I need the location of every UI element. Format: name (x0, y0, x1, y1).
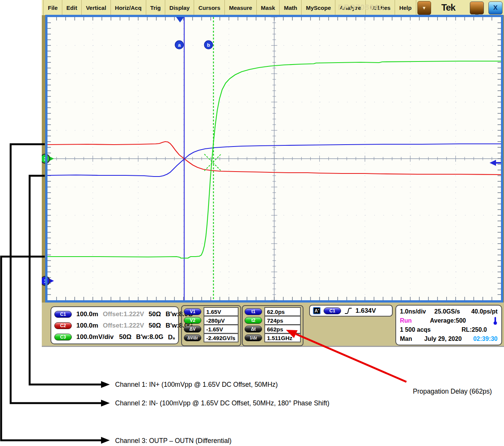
ch2-offset: Offset:1.222V (103, 322, 144, 329)
v2-badge: V2 (184, 317, 201, 324)
menu-cursors[interactable]: Cursors (194, 0, 225, 15)
page: { "window": { "model": "DPO70804C", "log… (0, 0, 504, 446)
oscilloscope-window: File Edit Vertical Horiz/Acq Trig Displa… (42, 0, 504, 347)
ch3-badge: C3 (54, 334, 72, 340)
menu-edit[interactable]: Edit (62, 0, 82, 15)
dvdt-badge: ΔV/Δt (184, 334, 201, 341)
minimize-button[interactable]: _ (470, 2, 484, 14)
record-length: RL:250.0 (461, 326, 487, 333)
inv-dt-row: 1/Δt 1.511GHz (245, 333, 301, 342)
dv-row: ΔV -1.65V (184, 325, 239, 334)
menu-trig[interactable]: Trig (146, 0, 166, 15)
close-button[interactable]: X (488, 2, 502, 14)
dt-value: 662ps (264, 325, 301, 334)
timebase-panel: 1.0ns/div 25.0GS/s 40.0ps/pt Run Average… (395, 305, 502, 345)
ch3-bandwidth: B′w:8.0G (136, 333, 163, 341)
annotation-channel2: Channel 2: IN- (100mVpp @ 1.65V DC Offse… (115, 399, 329, 407)
ch3-scale: 100.0mV/div (76, 333, 115, 341)
channel1-settings-row[interactable]: C1 100.0m Offset:1.222V 50Ω B′w:8.0G (54, 309, 175, 320)
ch2-badge: C2 (54, 322, 72, 329)
v1-badge: V1 (184, 308, 201, 315)
inv-dt-value: 1.511GHz (264, 333, 301, 342)
menu-vertical[interactable]: Vertical (82, 0, 111, 15)
svg-text:b: b (207, 42, 210, 48)
channel1-callout-arrowhead (101, 381, 110, 388)
acquisition-count: 1 500 acqs (400, 326, 431, 333)
svg-text:a: a (178, 42, 181, 48)
acquisition-mode: Average:500 (430, 317, 466, 324)
menu-help[interactable]: Help (395, 0, 416, 15)
t1-badge: t1 (245, 308, 262, 315)
menu-horiz-acq[interactable]: Horiz/Acq (111, 0, 146, 15)
trigger-panel[interactable]: A′ C1 1.634V (309, 305, 393, 317)
ch2-scale: 100.0m (76, 322, 98, 329)
menu-display[interactable]: Display (165, 0, 194, 15)
sample-rate: 25.0GS/s (434, 308, 460, 315)
channel3-settings-row[interactable]: C3 100.0mV/div 50Ω B′w:8.0G Dₛ (54, 331, 175, 343)
ch1-offset: Offset:1.222V (103, 310, 144, 318)
annotation-channel3: Channel 3: OUTP – OUTN (Differential) (115, 437, 232, 445)
cursor-b-label[interactable]: b (204, 41, 213, 49)
waveform-display: a b 3 1 (42, 14, 504, 304)
cursor-a-label[interactable]: a (175, 41, 183, 49)
clock-label: 02:39:30 (473, 336, 498, 342)
t2-badge: t2 (245, 317, 262, 324)
t1-row: t1 62.0ps (245, 307, 301, 316)
tek-logo: Tek (441, 2, 455, 13)
model-label: DPO70804C (338, 3, 384, 12)
timebase-row3: 1 500 acqs RL:250.0 (400, 325, 498, 334)
rising-edge-icon (344, 307, 352, 315)
dv-value: -1.65V (204, 325, 239, 334)
menu-file[interactable]: File (43, 0, 62, 15)
thermometer-icon (493, 317, 498, 325)
v1-row: V1 1.65V (184, 307, 239, 316)
ch2-impedance: 50Ω (149, 322, 161, 329)
menu-math[interactable]: Math (280, 0, 302, 15)
menu-overflow-button[interactable]: ▼ (417, 1, 431, 15)
ch1-impedance: 50Ω (149, 310, 161, 318)
t2-value: 724ps (264, 316, 301, 325)
acquisition-state: Run (400, 317, 412, 324)
trigger-ab-badge: A′ (313, 307, 321, 314)
dvdt-row: ΔV/Δt -2.492GV/s (184, 333, 239, 342)
ch3-ds-flag: Dₛ (168, 333, 175, 341)
channel-settings-panel: C1 100.0m Offset:1.222V 50Ω B′w:8.0G C2 … (51, 306, 179, 344)
dvdt-value: -2.492GV/s (204, 333, 239, 342)
chevron-down-icon: ▼ (422, 5, 427, 11)
menu-myscope[interactable]: MyScope (302, 0, 335, 15)
t1-value: 62.0ps (264, 307, 301, 316)
menubar: File Edit Vertical Horiz/Acq Trig Displa… (42, 0, 504, 15)
timebase-row1: 1.0ns/div 25.0GS/s 40.0ps/pt (400, 307, 498, 316)
channel2-callout-arrowhead (101, 400, 110, 407)
time-cursor-panel: t1 62.0ps t2 724ps Δt 662ps 1/Δt 1.511GH… (242, 305, 303, 346)
trigger-mode: Man (400, 336, 412, 342)
trigger-level-value: 1.634V (355, 307, 376, 315)
trigger-source-badge: C1 (324, 307, 341, 314)
voltage-cursor-panel: V1 1.65V V2 -280µV ΔV -1.65V ΔV/Δt -2.49… (181, 305, 241, 346)
timebase-scale: 1.0ns/div (400, 308, 426, 315)
timebase-row4: Man July 29, 2020 02:39:30 (400, 334, 498, 344)
dt-badge: Δt (245, 326, 262, 333)
dt-row: Δt 662ps (245, 325, 301, 334)
v2-row: V2 -280µV (184, 316, 239, 325)
resolution: 40.0ps/pt (471, 308, 498, 315)
annotation-propagation-delay: Propagation Delay (662ps) (413, 388, 492, 396)
menu-mask[interactable]: Mask (257, 0, 280, 15)
annotation-channel1: Channel 1: IN+ (100mVpp @ 1.65V DC Offse… (115, 381, 278, 389)
menu-measure[interactable]: Measure (225, 0, 257, 15)
ch1-badge: C1 (54, 311, 72, 318)
channel2-settings-row[interactable]: C2 100.0m Offset:1.222V 50Ω B′w:8.0G (54, 320, 175, 331)
t2-row: t2 724ps (245, 316, 301, 325)
date-label: July 29, 2020 (424, 336, 462, 342)
dv-badge: ΔV (184, 326, 201, 333)
channel3-callout-arrowhead (101, 437, 110, 444)
ch3-impedance: 50Ω (119, 333, 132, 341)
v1-value: 1.65V (204, 307, 239, 316)
v2-value: -280µV (204, 316, 239, 325)
inv-dt-badge: 1/Δt (245, 334, 262, 341)
timebase-row2: Run Average:500 (400, 316, 498, 325)
ch1-scale: 100.0m (76, 310, 98, 318)
